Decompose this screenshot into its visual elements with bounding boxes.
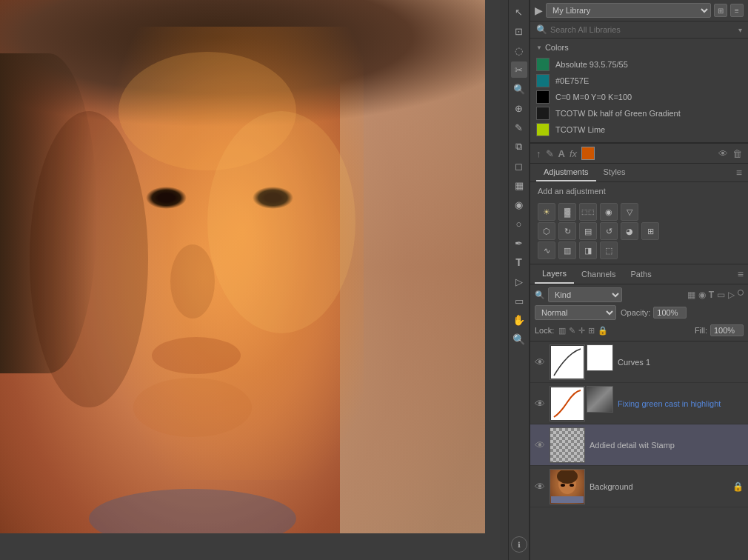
tool-clone[interactable]: ⧉ — [511, 139, 527, 155]
layer-visibility-stamp[interactable]: 👁 — [535, 439, 545, 451]
tab-adjustments[interactable]: Adjustments — [536, 164, 596, 181]
layer-controls: 🔍 Kind ▦ ◉ T ▭ ▷ Normal Multiply Screen … — [530, 284, 748, 341]
layer-item-curves1[interactable]: 👁 Curves 1 — [530, 341, 748, 383]
library-tools-bar: ↑ ✎ A fx 👁 🗑 — [530, 143, 748, 164]
adj-channelmixer-icon[interactable]: ◕ — [621, 222, 638, 240]
bg-thumb-svg — [551, 470, 584, 503]
tool-gradient[interactable]: ▦ — [511, 177, 527, 193]
library-select[interactable]: My Library — [546, 3, 711, 18]
filter-smart-icon[interactable]: ▷ — [728, 290, 735, 300]
adj-hsl-icon[interactable]: ⬡ — [538, 222, 555, 240]
adj-vibrance-icon[interactable]: ▽ — [621, 203, 638, 221]
adj-bw-icon[interactable]: ▤ — [579, 222, 597, 240]
eye-library-icon[interactable]: 👁 — [718, 148, 728, 159]
adj-colorlookup-icon[interactable]: ⊞ — [641, 222, 659, 240]
tool-healing[interactable]: ⊕ — [511, 100, 527, 116]
color-swatch-2 — [536, 74, 550, 87]
color-item-1[interactable]: Absolute 93.5.75/55 — [536, 56, 742, 73]
brush-tool-icon[interactable]: ✎ — [546, 148, 554, 159]
layer-item-stamp[interactable]: 👁 Addied detail wit Stamp — [530, 424, 748, 466]
svg-point-4 — [207, 111, 355, 333]
layer-visibility-greencast[interactable]: 👁 — [535, 398, 545, 410]
filter-adjust-icon[interactable]: ◉ — [698, 290, 706, 300]
tool-select[interactable]: ⊡ — [511, 23, 527, 39]
filter-text-icon[interactable]: T — [709, 290, 714, 300]
tool-blur[interactable]: ◉ — [511, 196, 527, 213]
adj-photofilter-icon[interactable]: ↺ — [600, 222, 618, 240]
fill-input[interactable] — [710, 324, 744, 336]
adj-posterize-icon[interactable]: ▥ — [558, 241, 576, 259]
opacity-label: Opacity: — [621, 308, 650, 317]
tool-hand[interactable]: ✋ — [511, 312, 527, 328]
layer-filter-dot[interactable] — [738, 290, 744, 296]
tool-pen[interactable]: ✒ — [511, 235, 527, 251]
fill-control: Fill: — [695, 324, 744, 336]
color-item-4[interactable]: TCOTW Dk half of Green Gradient — [536, 105, 742, 121]
adj-levels-icon[interactable]: ▓ — [558, 203, 576, 221]
fx-icon[interactable]: fx — [570, 148, 577, 159]
adj-colorbalance-icon[interactable]: ↻ — [558, 222, 576, 240]
play-button[interactable]: ▶ — [535, 4, 543, 16]
color-swatch-5 — [536, 123, 550, 136]
tab-layers[interactable]: Layers — [535, 264, 574, 284]
adj-icons-row-3: ∿ ▥ ◨ ⬚ — [538, 241, 741, 259]
lock-all-icon[interactable]: 🔒 — [598, 326, 608, 336]
layer-item-greencast[interactable]: 👁 Fixing green cast in highlight — [530, 383, 748, 424]
layer-thumb-greencast — [550, 386, 585, 421]
tool-eyedropper[interactable]: 🔍 — [511, 81, 527, 97]
upload-icon[interactable]: ↑ — [536, 148, 541, 159]
adjustments-menu-icon[interactable]: ≡ — [736, 167, 742, 179]
tool-crop[interactable]: ✂ — [511, 61, 527, 78]
layer-item-background[interactable]: 👁 Background 🔒 — [530, 466, 748, 507]
layer-name-background: Background — [590, 482, 728, 491]
text-tool-icon[interactable]: A — [558, 148, 565, 159]
tab-channels[interactable]: Channels — [574, 265, 623, 283]
lock-artboard-icon[interactable]: ⊞ — [588, 326, 595, 336]
blend-mode-select[interactable]: Normal Multiply Screen Overlay — [535, 305, 616, 320]
layers-menu-icon[interactable]: ≡ — [738, 268, 744, 280]
tool-text[interactable]: T — [511, 254, 527, 270]
trash-icon[interactable]: 🗑 — [732, 148, 742, 159]
tool-selection[interactable]: ▷ — [511, 273, 527, 290]
color-item-2[interactable]: #0E757E — [536, 73, 742, 89]
color-swatch-tool[interactable] — [581, 147, 595, 160]
search-icon: 🔍 — [536, 24, 547, 35]
tab-paths[interactable]: Paths — [624, 265, 659, 283]
tool-lasso[interactable]: ◌ — [511, 42, 527, 59]
search-dropdown-arrow[interactable]: ▾ — [738, 26, 742, 34]
lock-position-icon[interactable]: ✛ — [578, 326, 585, 336]
layer-visibility-curves1[interactable]: 👁 — [535, 356, 545, 368]
tool-shape[interactable]: ▭ — [511, 293, 527, 309]
list-view-button[interactable]: ≡ — [730, 4, 744, 17]
tool-eraser[interactable]: ◻ — [511, 158, 527, 174]
adj-curves-icon[interactable]: ⬚⬚ — [579, 203, 597, 221]
color-item-5[interactable]: TCOTW Lime — [536, 121, 742, 138]
search-input[interactable] — [550, 25, 735, 34]
layer-thumbs-curves1 — [550, 344, 613, 380]
color-swatch-1 — [536, 58, 550, 71]
adj-exposure-icon[interactable]: ◉ — [600, 203, 618, 221]
tool-info[interactable]: ℹ — [511, 536, 527, 553]
color-item-3[interactable]: C=0 M=0 Y=0 K=100 — [536, 89, 742, 105]
grid-view-button[interactable]: ⊞ — [714, 4, 727, 17]
svg-point-6 — [89, 489, 296, 533]
tab-styles[interactable]: Styles — [596, 164, 633, 181]
svg-rect-13 — [551, 496, 584, 503]
tool-brush[interactable]: ✎ — [511, 119, 527, 136]
filter-shape-icon[interactable]: ▭ — [717, 290, 725, 300]
lock-pixels-icon[interactable]: ✎ — [569, 326, 575, 336]
filter-pixel-icon[interactable]: ▦ — [687, 290, 695, 300]
tool-zoom[interactable]: 🔍 — [511, 331, 527, 347]
opacity-input[interactable] — [653, 307, 687, 319]
adj-gradient-map-icon[interactable]: ⬚ — [600, 241, 618, 259]
adj-brightness-icon[interactable]: ☀ — [538, 203, 555, 221]
lock-icons: ▥ ✎ ✛ ⊞ 🔒 — [558, 326, 608, 336]
lock-transparent-icon[interactable]: ▥ — [558, 326, 566, 336]
layer-visibility-background[interactable]: 👁 — [535, 481, 545, 493]
adj-invert-icon[interactable]: ∿ — [538, 241, 555, 259]
tool-dodge[interactable]: ○ — [511, 216, 527, 232]
kind-select[interactable]: Kind — [548, 287, 622, 302]
tool-move[interactable]: ↖ — [511, 4, 527, 20]
colors-collapse-icon[interactable]: ▼ — [536, 44, 542, 51]
adj-threshold-icon[interactable]: ◨ — [579, 241, 597, 259]
